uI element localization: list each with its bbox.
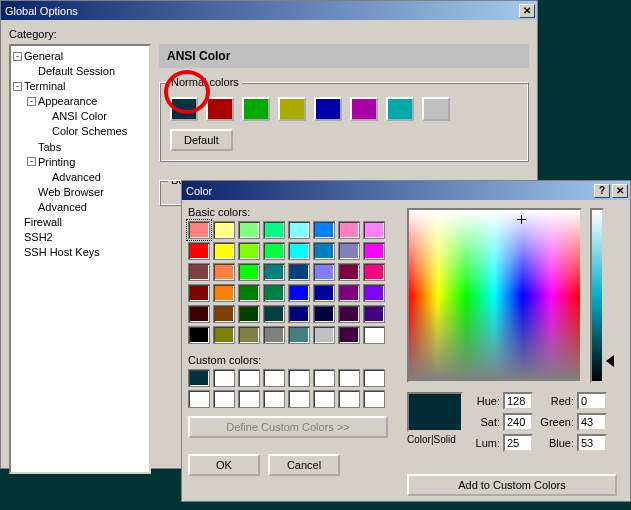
- basic-color-cell[interactable]: [313, 263, 335, 281]
- color-swatch[interactable]: [386, 97, 414, 121]
- tree-item[interactable]: -Firewall: [13, 214, 147, 229]
- basic-color-cell[interactable]: [338, 221, 360, 239]
- tree-item[interactable]: -ANSI Color: [13, 108, 147, 123]
- basic-color-cell[interactable]: [263, 221, 285, 239]
- color-swatch[interactable]: [206, 97, 234, 121]
- custom-color-cell[interactable]: [263, 369, 285, 387]
- tree-item[interactable]: -Color Schemes: [13, 123, 147, 138]
- basic-color-cell[interactable]: [188, 263, 210, 281]
- basic-color-cell[interactable]: [363, 305, 385, 323]
- red-field[interactable]: [577, 392, 607, 410]
- tree-item[interactable]: -Default Session: [13, 63, 147, 78]
- default-button[interactable]: Default: [170, 129, 233, 151]
- custom-color-cell[interactable]: [288, 390, 310, 408]
- basic-color-cell[interactable]: [188, 221, 210, 239]
- tree-item[interactable]: -General: [13, 48, 147, 63]
- basic-color-cell[interactable]: [213, 326, 235, 344]
- custom-color-cell[interactable]: [263, 390, 285, 408]
- basic-color-cell[interactable]: [313, 284, 335, 302]
- basic-color-cell[interactable]: [213, 263, 235, 281]
- custom-color-cell[interactable]: [188, 390, 210, 408]
- basic-color-cell[interactable]: [188, 326, 210, 344]
- luminance-slider[interactable]: [590, 208, 604, 383]
- basic-color-cell[interactable]: [313, 242, 335, 260]
- custom-color-cell[interactable]: [188, 369, 210, 387]
- basic-color-cell[interactable]: [238, 326, 260, 344]
- basic-color-cell[interactable]: [363, 263, 385, 281]
- basic-color-cell[interactable]: [338, 326, 360, 344]
- basic-color-cell[interactable]: [363, 284, 385, 302]
- custom-color-cell[interactable]: [363, 369, 385, 387]
- basic-color-cell[interactable]: [288, 221, 310, 239]
- basic-color-cell[interactable]: [238, 242, 260, 260]
- tree-item[interactable]: -Printing: [13, 154, 147, 169]
- tree-item[interactable]: -Terminal: [13, 78, 147, 93]
- custom-color-cell[interactable]: [338, 390, 360, 408]
- cancel-button[interactable]: Cancel: [268, 454, 340, 476]
- color-swatch[interactable]: [170, 97, 198, 121]
- collapse-icon[interactable]: -: [27, 157, 36, 166]
- help-icon[interactable]: ?: [594, 184, 610, 198]
- custom-color-cell[interactable]: [238, 390, 260, 408]
- lum-field[interactable]: [503, 434, 533, 452]
- basic-color-cell[interactable]: [213, 305, 235, 323]
- basic-color-cell[interactable]: [288, 263, 310, 281]
- blue-field[interactable]: [577, 434, 607, 452]
- custom-color-cell[interactable]: [363, 390, 385, 408]
- basic-color-cell[interactable]: [263, 284, 285, 302]
- basic-color-cell[interactable]: [288, 305, 310, 323]
- basic-color-cell[interactable]: [363, 242, 385, 260]
- basic-color-cell[interactable]: [313, 221, 335, 239]
- basic-color-cell[interactable]: [313, 326, 335, 344]
- ok-button[interactable]: OK: [188, 454, 260, 476]
- basic-color-cell[interactable]: [188, 305, 210, 323]
- collapse-icon[interactable]: -: [13, 52, 22, 61]
- basic-color-cell[interactable]: [288, 284, 310, 302]
- color-swatch[interactable]: [422, 97, 450, 121]
- basic-color-cell[interactable]: [238, 284, 260, 302]
- tree-item[interactable]: -Appearance: [13, 93, 147, 108]
- hue-field[interactable]: [503, 392, 533, 410]
- sat-field[interactable]: [503, 413, 533, 431]
- color-spectrum-picker[interactable]: [407, 208, 582, 383]
- basic-color-cell[interactable]: [238, 221, 260, 239]
- custom-color-cell[interactable]: [213, 369, 235, 387]
- basic-color-cell[interactable]: [338, 263, 360, 281]
- basic-color-cell[interactable]: [338, 305, 360, 323]
- basic-color-cell[interactable]: [188, 284, 210, 302]
- basic-color-cell[interactable]: [313, 305, 335, 323]
- green-field[interactable]: [577, 413, 607, 431]
- color-swatch[interactable]: [350, 97, 378, 121]
- basic-color-cell[interactable]: [263, 263, 285, 281]
- basic-color-cell[interactable]: [263, 305, 285, 323]
- basic-color-cell[interactable]: [338, 242, 360, 260]
- close-icon[interactable]: ✕: [519, 4, 535, 18]
- basic-color-cell[interactable]: [363, 326, 385, 344]
- basic-color-cell[interactable]: [238, 263, 260, 281]
- custom-color-cell[interactable]: [313, 369, 335, 387]
- basic-color-cell[interactable]: [263, 326, 285, 344]
- custom-color-cell[interactable]: [313, 390, 335, 408]
- custom-color-cell[interactable]: [288, 369, 310, 387]
- category-tree[interactable]: -General-Default Session-Terminal-Appear…: [9, 44, 151, 474]
- basic-color-cell[interactable]: [238, 305, 260, 323]
- add-to-custom-button[interactable]: Add to Custom Colors: [407, 474, 617, 496]
- close-icon[interactable]: ✕: [612, 184, 628, 198]
- basic-color-cell[interactable]: [188, 242, 210, 260]
- basic-color-cell[interactable]: [213, 221, 235, 239]
- custom-color-cell[interactable]: [238, 369, 260, 387]
- collapse-icon[interactable]: -: [27, 97, 36, 106]
- tree-item[interactable]: -Advanced: [13, 199, 147, 214]
- custom-color-cell[interactable]: [213, 390, 235, 408]
- tree-item[interactable]: -Web Browser: [13, 184, 147, 199]
- basic-color-cell[interactable]: [263, 242, 285, 260]
- tree-item[interactable]: -SSH Host Keys: [13, 244, 147, 259]
- collapse-icon[interactable]: -: [13, 82, 22, 91]
- basic-color-cell[interactable]: [213, 284, 235, 302]
- custom-color-cell[interactable]: [338, 369, 360, 387]
- color-swatch[interactable]: [242, 97, 270, 121]
- basic-color-cell[interactable]: [363, 221, 385, 239]
- basic-color-cell[interactable]: [288, 242, 310, 260]
- tree-item[interactable]: -Tabs: [13, 139, 147, 154]
- basic-color-cell[interactable]: [213, 242, 235, 260]
